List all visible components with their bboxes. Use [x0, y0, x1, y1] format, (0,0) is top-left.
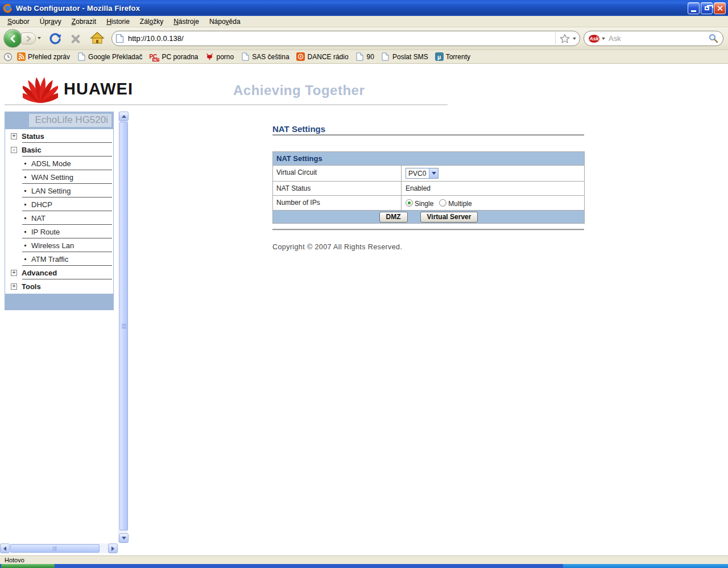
menu-zobrazit[interactable]: Zobrazit: [67, 17, 101, 27]
bookmark-torrenty[interactable]: µ Torrenty: [432, 52, 473, 61]
menu-zalozky[interactable]: Záložky: [135, 17, 168, 27]
start-button-edge[interactable]: [1, 564, 55, 568]
scrollbar-thumb[interactable]: [119, 122, 128, 530]
sidebar-item-dhcp[interactable]: DHCP: [5, 197, 113, 211]
bookmark-sas-cestina[interactable]: SAS čeština: [238, 52, 292, 62]
scroll-right-button[interactable]: [108, 544, 118, 553]
device-name: EchoLife HG520i: [29, 114, 111, 127]
arrow-left-icon: [3, 546, 6, 551]
forward-arrow-icon: [26, 36, 31, 42]
page-icon: [355, 52, 365, 61]
menu-soubor[interactable]: Soubor: [2, 17, 35, 27]
scroll-left-button[interactable]: [0, 544, 10, 553]
bullet-icon: [24, 258, 26, 260]
dmz-button[interactable]: DMZ: [379, 212, 408, 223]
sidebar-item-adsl-mode[interactable]: ADSL Mode: [5, 157, 113, 170]
bookmark-label: Torrenty: [446, 53, 470, 61]
sidebar-item-basic[interactable]: - Basic: [5, 143, 113, 157]
utorrent-icon: µ: [435, 52, 444, 61]
back-arrow-icon: [9, 35, 17, 43]
home-icon: [90, 31, 105, 45]
history-clock-icon[interactable]: [3, 52, 13, 61]
menu-nastroje[interactable]: Nástroje: [168, 17, 204, 27]
bullet-icon: [24, 176, 26, 178]
minimize-button[interactable]: [688, 2, 700, 14]
bookmark-pc-poradna[interactable]: PC NET PC poradna: [146, 52, 201, 62]
sidebar-item-advanced[interactable]: + Advanced: [5, 266, 113, 279]
bullet-icon: [24, 190, 26, 192]
close-button[interactable]: [714, 2, 726, 14]
bookmark-label: porno: [216, 53, 234, 61]
sidebar-item-label: WAN Setting: [31, 173, 73, 182]
radio-multiple[interactable]: [439, 199, 446, 207]
bullet-icon: [24, 163, 26, 164]
expand-icon[interactable]: +: [11, 133, 17, 139]
home-button[interactable]: [90, 31, 105, 47]
url-input[interactable]: [128, 34, 555, 43]
sidebar-item-status[interactable]: + Status: [5, 129, 113, 143]
stop-button[interactable]: [68, 32, 82, 46]
table-row-nat-status: NAT Status Enabled: [273, 181, 584, 195]
virtual-circuit-select[interactable]: PVC0: [406, 168, 439, 179]
bookmark-star-icon[interactable]: [560, 34, 570, 44]
sidebar-item-atm-traffic[interactable]: ATM Traffic: [5, 252, 113, 266]
row-label: NAT Status: [273, 182, 402, 195]
bullet-icon: [24, 245, 26, 246]
search-input[interactable]: [609, 34, 709, 43]
arrow-down-icon: [122, 537, 126, 540]
rss-icon: [16, 52, 26, 61]
forward-button[interactable]: [21, 32, 36, 44]
page-icon: [381, 52, 390, 61]
scrollbar-thumb[interactable]: [10, 544, 100, 553]
sidebar-item-label: DHCP: [31, 200, 52, 209]
sidebar-vertical-scrollbar[interactable]: [118, 112, 128, 543]
brand-name: HUAWEI: [64, 80, 133, 98]
row-label: Number of IPs: [273, 196, 402, 210]
sidebar-item-tools[interactable]: + Tools: [5, 279, 113, 293]
table-row-virtual-circuit: Virtual Circuit PVC0: [273, 165, 584, 181]
collapse-icon[interactable]: -: [11, 147, 17, 153]
table-row-number-of-ips: Number of IPs Single Multiple: [273, 195, 584, 210]
bookmark-google-prekladac[interactable]: Google Překladač: [74, 52, 145, 62]
sidebar-item-label: Basic: [22, 146, 42, 154]
scroll-down-button[interactable]: [119, 533, 129, 543]
url-dropdown-icon[interactable]: [573, 38, 576, 40]
history-dropdown-icon[interactable]: [38, 37, 41, 39]
search-magnifier-icon[interactable]: [709, 34, 718, 43]
bookmark-prehled-zprav[interactable]: Přehled zpráv: [14, 52, 73, 62]
chevron-down-icon[interactable]: [429, 168, 438, 178]
bookmark-label: SAS čeština: [252, 53, 289, 61]
window-titlebar: Web Configurator - Mozilla Firefox: [0, 0, 728, 16]
reload-button[interactable]: [48, 32, 62, 48]
sidebar-item-label: IP Route: [31, 228, 60, 236]
sidebar-item-ip-route[interactable]: IP Route: [5, 225, 113, 238]
expand-icon[interactable]: +: [11, 283, 17, 290]
back-button[interactable]: [3, 29, 22, 48]
row-label: Virtual Circuit: [273, 166, 402, 181]
bookmark-porno[interactable]: porno: [202, 52, 237, 62]
menu-historie[interactable]: Historie: [101, 17, 135, 27]
search-engine-dropdown-icon[interactable]: [602, 38, 605, 40]
expand-icon[interactable]: +: [11, 270, 17, 276]
bookmark-label: Přehled zpráv: [28, 53, 70, 61]
bookmark-poslat-sms[interactable]: Poslat SMS: [378, 52, 431, 62]
menu-upravy[interactable]: Úpravy: [35, 17, 67, 27]
sidebar-item-wireless-lan[interactable]: Wireless Lan: [5, 238, 113, 252]
radio-single[interactable]: [406, 199, 413, 207]
sidebar-item-wan-setting[interactable]: WAN Setting: [5, 170, 113, 184]
ask-engine-icon[interactable]: Ask: [589, 35, 599, 43]
sidebar-item-nat[interactable]: NAT: [5, 211, 113, 225]
sidebar-horizontal-scrollbar[interactable]: [0, 544, 118, 553]
menu-napoveda[interactable]: Nápověda: [204, 17, 246, 27]
sidebar: EchoLife HG520i + Status - Basic ADSL Mo…: [5, 112, 114, 310]
bookmark-90[interactable]: 90: [353, 52, 377, 62]
sidebar-item-lan-setting[interactable]: LAN Setting: [5, 184, 113, 197]
bookmark-dance-radio[interactable]: DANCE rádio: [293, 52, 351, 62]
reload-icon: [48, 32, 62, 46]
search-box[interactable]: Ask: [584, 31, 723, 46]
url-bar[interactable]: [111, 31, 580, 46]
restore-icon: [705, 6, 709, 10]
restore-button[interactable]: [701, 2, 713, 14]
scroll-up-button[interactable]: [119, 112, 129, 121]
virtual-server-button[interactable]: Virtual Server: [420, 212, 478, 223]
